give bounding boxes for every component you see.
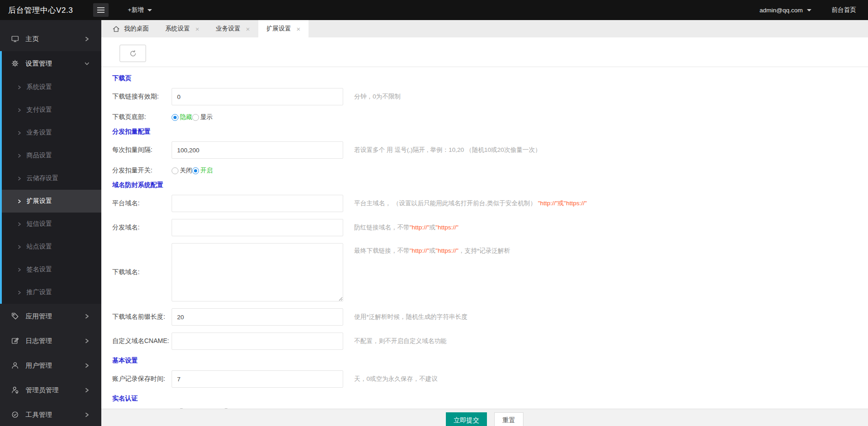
radio-option-on[interactable]: 开启 [192,166,213,175]
user-email: admin@qq.com [759,7,803,14]
sidebar-item-label: 工具管理 [26,410,84,419]
radio-option-hide[interactable]: 隐藏 [172,113,192,121]
section-heading-deduction: 分发扣量配置 [112,128,868,135]
tab-business-settings[interactable]: 业务设置 × [208,20,258,37]
prefix-length-input[interactable] [172,308,343,326]
subitem-label: 扩展设置 [26,197,52,205]
radio-checked-icon [192,167,199,174]
form-row-page-footer: 下载页底部: 隐藏 显示 [112,112,868,122]
sidebar-subitem-site[interactable]: 站点设置 [2,235,101,258]
sidebar-subitem-extension[interactable]: 扩展设置 [2,190,101,213]
chevron-right-icon [17,268,21,272]
monitor-icon [11,35,19,43]
dispatch-domain-input[interactable] [172,219,343,236]
sidebar-item-label: 用户管理 [26,361,84,370]
sidebar-item-logs[interactable]: 日志管理 [0,328,101,353]
frontend-home-link[interactable]: 前台首页 [831,6,856,14]
section-heading-download-page: 下载页 [112,74,868,82]
sidebar-item-label: 日志管理 [26,337,84,345]
sidebar-subitem-signature[interactable]: 签名设置 [2,258,101,281]
sidebar-item-users[interactable]: 用户管理 [0,353,101,378]
form-row-cname: 自定义域名CNAME: 不配置，则不开启自定义域名功能 [112,332,868,350]
field-label: 分发扣量开关: [112,166,172,175]
platform-domain-input[interactable] [172,195,343,212]
field-label: 分发域名: [112,223,172,232]
radio-option-label: 开启 [200,166,213,175]
field-hint: 若设置多个 用 逗号(,)隔开 , 举例：10,20 （随机10或20次偷量一次… [354,146,541,154]
field-hint: 不配置，则不开启自定义域名功能 [354,337,447,345]
form-row-prefix-length: 下载域名前缀长度: 使用*泛解析时候，随机生成的字符串长度 [112,308,868,326]
field-label: 自定义域名CNAME: [112,337,172,345]
submit-button[interactable]: 立即提交 [446,412,487,426]
user-dropdown[interactable]: admin@qq.com [759,7,811,14]
reset-button[interactable]: 重置 [494,412,523,426]
chevron-down-icon [84,61,89,66]
chevron-right-icon [17,154,21,158]
form-row-deduct-interval: 每次扣量间隔: 若设置多个 用 逗号(,)隔开 , 举例：10,20 （随机10… [112,141,868,159]
sidebar-item-tools[interactable]: 工具管理 [0,402,101,426]
sidebar-item-home[interactable]: 主页 [0,26,101,51]
radio-unchecked-icon [172,167,178,174]
subitem-label: 云储存设置 [26,174,58,182]
app-title: 后台管理中心V2.3 [0,5,93,16]
download-domain-textarea[interactable] [172,243,343,301]
menu-toggle-button[interactable] [93,3,109,17]
tab-label: 系统设置 [165,25,190,33]
field-label: 下载域名: [112,268,172,276]
form-row-deduct-switch: 分发扣量开关: 关闭 开启 [112,166,868,176]
cname-input[interactable] [172,332,343,350]
account-retention-input[interactable] [172,370,343,388]
badge-check-icon [11,410,19,419]
sidebar-group-settings: 设置管理 系统设置 支付设置 业务设置 商品设置 [0,51,101,304]
radio-option-off[interactable]: 关闭 [172,166,192,175]
sidebar-subitem-cloud-storage[interactable]: 云储存设置 [2,167,101,190]
tab-label: 业务设置 [216,25,241,33]
edit-square-icon [11,337,19,345]
sidebar-subitem-system[interactable]: 系统设置 [2,76,101,99]
radio-option-label: 显示 [200,113,213,121]
field-hint: 平台主域名， （设置以后只能用此域名打开前台,类似于安全机制） "http://… [354,199,587,208]
close-icon[interactable]: × [297,26,301,32]
chevron-right-icon [17,108,21,112]
new-dropdown[interactable]: +新增 [128,6,152,14]
field-label: 平台域名: [112,199,172,208]
field-hint: 使用*泛解析时候，随机生成的字符串长度 [354,313,467,321]
sidebar-subitem-business[interactable]: 业务设置 [2,121,101,144]
chevron-right-icon [84,363,89,368]
sidebar: 主页 设置管理 系统设置 [0,20,101,426]
tab-my-desktop[interactable]: 我的桌面 [104,20,157,37]
radio-option-show[interactable]: 显示 [192,113,213,121]
deduct-interval-input[interactable] [172,141,343,159]
sidebar-subitem-payment[interactable]: 支付设置 [2,99,101,121]
close-icon[interactable]: × [246,26,250,32]
extension-settings-form: 下载页 下载链接有效期: 分钟，0为不限制 下载页底部: 隐藏 显示 分发扣量配… [101,67,868,409]
chevron-right-icon [17,291,21,295]
sidebar-item-settings[interactable]: 设置管理 [2,51,101,76]
sidebar-item-admins[interactable]: 管理员管理 [0,378,101,402]
section-heading-realname: 实名认证 [112,395,868,402]
close-icon[interactable]: × [195,26,199,32]
new-dropdown-label: +新增 [128,6,144,14]
tab-extension-settings[interactable]: 扩展设置 × [258,20,309,37]
subitem-label: 业务设置 [26,129,52,137]
sidebar-item-apps[interactable]: 应用管理 [0,304,101,328]
settings-submenu: 系统设置 支付设置 业务设置 商品设置 云储存设置 扩展设置 [2,76,101,304]
link-expiry-input[interactable] [172,88,343,105]
chevron-right-icon [84,36,89,42]
sidebar-subitem-sms[interactable]: 短信设置 [2,213,101,235]
field-label: 账户记录保存时间: [112,375,172,383]
field-label: 下载链接有效期: [112,93,172,101]
tab-system-settings[interactable]: 系统设置 × [157,20,208,37]
sidebar-subitem-product[interactable]: 商品设置 [2,144,101,167]
home-icon [112,25,120,33]
sidebar-item-label: 应用管理 [26,312,84,321]
radio-checked-icon [172,114,178,121]
caret-down-icon [807,9,811,11]
refresh-button[interactable] [120,45,146,62]
subitem-label: 支付设置 [26,106,52,114]
sidebar-subitem-promotion[interactable]: 推广设置 [2,281,101,304]
subitem-label: 站点设置 [26,243,52,251]
field-hint: 最终下载链接，不带"http://"或"https://"，支持*记录泛解析 [354,247,510,255]
tab-label: 扩展设置 [267,25,291,33]
radio-option-label: 隐藏 [180,113,192,121]
